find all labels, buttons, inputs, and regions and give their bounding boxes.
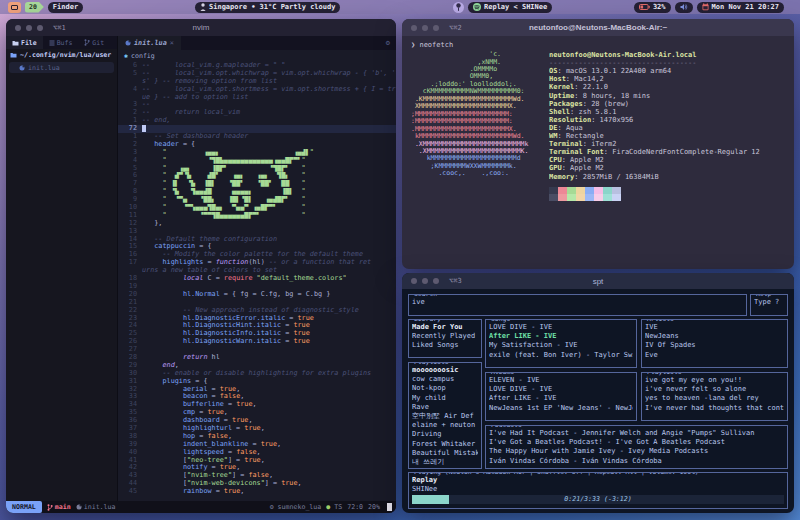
- weather-pill[interactable]: Singapore • 31°C Partly cloudy: [195, 2, 340, 13]
- list-item[interactable]: Made For You: [412, 323, 478, 332]
- spt-titlebar[interactable]: ⌥⌘3 spt: [402, 273, 794, 289]
- list-item[interactable]: LOVE DIVE - IVE: [489, 385, 633, 394]
- help-hint: Type ?: [754, 298, 784, 307]
- window-shortcut: ⌥⌘2: [449, 24, 462, 32]
- list-item[interactable]: IV Of Spades: [645, 341, 784, 350]
- traffic-lights: [411, 25, 439, 31]
- tree-root-path[interactable]: ~/.config/nvim/lua/user: [6, 49, 117, 61]
- statusline-file[interactable]: init.lua: [76, 503, 116, 511]
- list-item[interactable]: LOVE DIVE - IVE: [489, 323, 633, 332]
- list-item[interactable]: Beautiful Mistakes: [412, 449, 478, 458]
- list-item[interactable]: mooooooosic: [412, 366, 478, 375]
- code-line: 12 },: [118, 220, 396, 228]
- breadcrumb-label: config: [131, 52, 155, 60]
- code-line: 23 hl.DiagnosticError.italic = true: [118, 315, 396, 323]
- songs-label: Songs: [489, 319, 512, 323]
- tree-tab-git[interactable]: Git: [78, 36, 110, 49]
- zoom-button[interactable]: [433, 25, 439, 31]
- list-item[interactable]: The Happy Hour with Jamie Ivey - Ivey Me…: [489, 447, 784, 456]
- list-item[interactable]: Rave: [412, 403, 478, 412]
- list-item[interactable]: My child: [412, 394, 478, 403]
- git-branch[interactable]: main: [47, 503, 71, 511]
- editor-tab-init-lua[interactable]: init.lua ×: [118, 36, 181, 50]
- minimize-button[interactable]: [26, 25, 32, 31]
- list-item[interactable]: ive got my eye on you!!: [645, 376, 784, 385]
- tree-tab-bufs[interactable]: Bufs: [43, 36, 79, 49]
- list-item[interactable]: NewJeans: [645, 332, 784, 341]
- search-input[interactable]: Search ive: [408, 294, 747, 316]
- list-item[interactable]: Forest Whitaker Ra: [412, 440, 478, 449]
- list-item[interactable]: ELEVEN - IVE: [489, 376, 633, 385]
- tree-file-init-lua[interactable]: init.lua: [9, 62, 114, 73]
- list-item[interactable]: i've never felt so alone: [645, 385, 784, 394]
- list-item[interactable]: yes to heaven -lana del rey: [645, 394, 784, 403]
- list-item[interactable]: 내 쓰레기: [412, 458, 478, 467]
- color-swatch: [603, 194, 612, 201]
- speaker-icon: [680, 3, 688, 11]
- zoom-button[interactable]: [37, 25, 43, 31]
- cursor-position: 72:0: [347, 503, 363, 511]
- playlists-panel[interactable]: Playlists mooooooosiccow campusNot-kpopM…: [408, 362, 482, 469]
- list-item[interactable]: Liked Songs: [412, 341, 478, 350]
- list-item[interactable]: exile (feat. Bon Iver) - Taylor Swift,: [489, 351, 633, 360]
- tree-tab-file[interactable]: File: [6, 36, 43, 49]
- list-item[interactable]: NewJeans 1st EP 'New Jeans' - NewJeans: [489, 404, 633, 413]
- pin-icon[interactable]: [453, 2, 464, 13]
- list-item[interactable]: Driving: [412, 430, 478, 439]
- editor-tab-label: init.lua: [134, 39, 167, 47]
- battery-pill[interactable]: 32%: [634, 2, 671, 13]
- list-item[interactable]: After LIKE - IVE: [489, 394, 633, 403]
- close-button[interactable]: [411, 25, 417, 31]
- space-badge[interactable]: 20: [25, 2, 44, 13]
- list-item[interactable]: After LIKE - IVE: [489, 332, 633, 341]
- spotify-icon: [473, 3, 481, 11]
- list-item[interactable]: I've never had thoughts that control me: [645, 404, 784, 413]
- close-button[interactable]: [411, 278, 417, 284]
- now-playing-panel[interactable]: Playing (Neuton's MacBook Air | Shuffle:…: [408, 472, 788, 509]
- zoom-button[interactable]: [433, 278, 439, 284]
- window-shortcut: ⌥⌘3: [449, 277, 462, 285]
- list-item[interactable]: Eve: [645, 351, 784, 360]
- branch-label: main: [55, 503, 71, 511]
- close-button[interactable]: [15, 25, 21, 31]
- progress-bar[interactable]: 0:21/3:33 (-3:12): [412, 495, 784, 504]
- list-item[interactable]: I've Got a Beatles Podcast! - I've Got A…: [489, 438, 784, 447]
- terminal-content[interactable]: ❯ neofetch 'c. ,xNMM. .OMMMMo OMMM0, .;l…: [402, 36, 794, 269]
- list-item[interactable]: My Satisfaction - IVE: [489, 341, 633, 350]
- artists-panel[interactable]: Artists IVENewJeansIV Of SpadesEve: [641, 319, 788, 368]
- list-item[interactable]: Recently Played: [412, 332, 478, 341]
- minimize-button[interactable]: [422, 25, 428, 31]
- list-item[interactable]: Not-kpop: [412, 384, 478, 393]
- front-app-pill[interactable]: Finder: [48, 2, 83, 13]
- list-item[interactable]: I've Had It Podcast - Jennifer Welch and…: [489, 429, 784, 438]
- help-box[interactable]: Help Type ?: [750, 294, 788, 316]
- color-swatch: [594, 194, 603, 201]
- code-line: ue } -- add to option list: [118, 94, 396, 102]
- terminal-titlebar[interactable]: ⌥⌘2 neutonfoo@Neutons-MacBook-Air:~: [402, 19, 794, 36]
- library-panel[interactable]: Library Made For YouRecently PlayedLiked…: [408, 319, 482, 358]
- search-playlists-panel[interactable]: Playlists ive got my eye on you!!i've ne…: [641, 372, 788, 421]
- now-playing-pill[interactable]: Replay < SHINee: [468, 2, 552, 13]
- active-app-icon[interactable]: [8, 2, 21, 13]
- color-swatch: [576, 194, 585, 201]
- code-line: 31 plugins = {: [118, 378, 396, 386]
- nvim-titlebar[interactable]: ⌥⌘1 nvim: [6, 19, 396, 36]
- songs-panel[interactable]: Songs LOVE DIVE - IVEAfter LIKE - IVEMy …: [485, 319, 637, 368]
- list-item[interactable]: Iván Vindas Córdoba - Iván Vindas Córdob…: [489, 457, 784, 466]
- albums-panel[interactable]: Albums ELEVEN - IVELOVE DIVE - IVEAfter …: [485, 372, 637, 421]
- list-item[interactable]: IVE: [645, 323, 784, 332]
- clock-pill[interactable]: Mon Nov 21 20:27: [697, 2, 784, 13]
- code-line: 17 highlights = function(hl) -- or a fun…: [118, 259, 396, 267]
- tab-close-icon[interactable]: ×: [170, 39, 174, 47]
- code-line: 5-- local_vim.opt.whichwrap = vim.opt.wh…: [118, 70, 396, 78]
- podcasts-panel[interactable]: Podcasts I've Had It Podcast - Jennifer …: [485, 425, 788, 469]
- minimize-button[interactable]: [422, 278, 428, 284]
- list-item[interactable]: 空中別墅 Air Def: [412, 412, 478, 421]
- code-area[interactable]: 6-- local_vim.g.mapleader = " "5-- local…: [118, 61, 396, 501]
- list-item[interactable]: elaine + neuton: [412, 421, 478, 430]
- code-line: 4-- local_vim.opt.shortmess = vim.opt.sh…: [118, 86, 396, 94]
- volume-pill[interactable]: [675, 2, 693, 13]
- list-item[interactable]: cow campus: [412, 375, 478, 384]
- tabbar-gear-icon[interactable]: ⚙: [386, 39, 390, 47]
- code-line: 3--: [118, 101, 396, 109]
